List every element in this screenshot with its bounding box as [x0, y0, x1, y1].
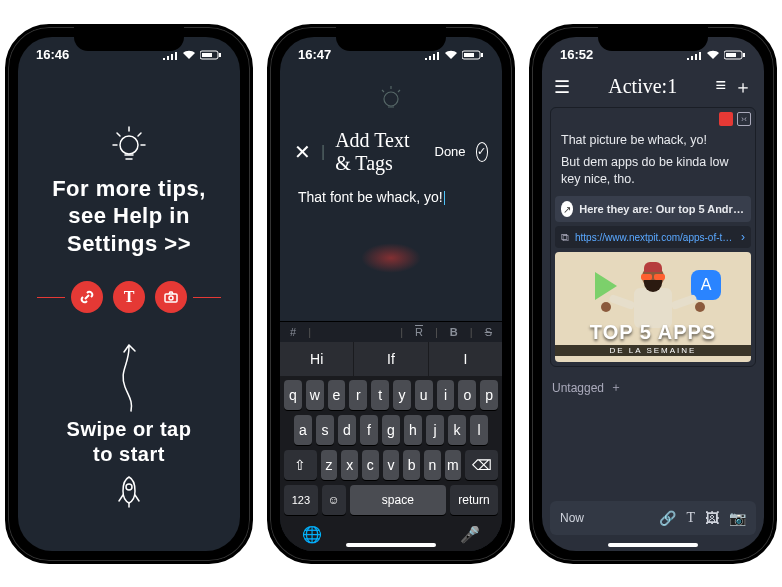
- battery-icon: [462, 50, 484, 60]
- suggestion-bar: Hi If I: [280, 342, 502, 376]
- screen-1: 16:46 For more tips, see Help in Setting…: [18, 37, 240, 551]
- untagged-row[interactable]: Untagged ＋: [542, 373, 764, 402]
- hash-button[interactable]: #: [290, 326, 296, 338]
- go-chevron[interactable]: ›: [741, 230, 745, 244]
- globe-icon: ↗: [561, 201, 573, 217]
- key-y[interactable]: y: [393, 380, 411, 410]
- key-q[interactable]: q: [284, 380, 302, 410]
- done-label[interactable]: Done: [435, 144, 466, 159]
- strike-button[interactable]: S: [485, 326, 492, 338]
- tips-line-2: see Help in: [52, 202, 206, 230]
- camera-button[interactable]: [155, 281, 187, 313]
- key-d[interactable]: d: [338, 415, 356, 445]
- notch: [598, 27, 708, 51]
- thumb-subtitle: DE LA SEMAINE: [555, 345, 751, 356]
- video-thumbnail[interactable]: A TOP 5 APPS DE LA SEMAINE: [555, 252, 751, 362]
- suggestion-3[interactable]: I: [429, 342, 502, 376]
- status-time: 16:46: [36, 47, 69, 62]
- key-l[interactable]: l: [470, 415, 488, 445]
- wifi-icon: [182, 50, 196, 60]
- text-tool-button[interactable]: T: [686, 510, 695, 526]
- key-s[interactable]: s: [316, 415, 334, 445]
- key-v[interactable]: v: [383, 450, 400, 480]
- space-key[interactable]: space: [350, 485, 446, 515]
- close-button[interactable]: ✕: [294, 140, 311, 164]
- swipe-line-1: Swipe or tap: [67, 417, 192, 442]
- text-button[interactable]: T: [113, 281, 145, 313]
- key-k[interactable]: k: [448, 415, 466, 445]
- battery-icon: [200, 50, 222, 60]
- key-e[interactable]: e: [328, 380, 346, 410]
- numbers-key[interactable]: 123: [284, 485, 318, 515]
- rocket-icon: [114, 473, 144, 509]
- camera-tool-button[interactable]: 📷: [729, 510, 746, 526]
- done-check-button[interactable]: ✓: [476, 142, 488, 162]
- home-indicator[interactable]: [608, 543, 698, 547]
- add-button[interactable]: ＋: [734, 75, 752, 99]
- suggestion-1[interactable]: Hi: [280, 342, 354, 376]
- svg-point-3: [120, 136, 138, 154]
- notch: [74, 27, 184, 51]
- tips-line-3: Settings >>: [52, 230, 206, 258]
- key-t[interactable]: t: [371, 380, 389, 410]
- menu-hamburger-button[interactable]: ☰: [554, 76, 570, 98]
- thumb-title: TOP 5 APPS: [555, 321, 751, 344]
- key-b[interactable]: b: [403, 450, 420, 480]
- editor-header: ✕ | Add Text & Tags Done ✓: [280, 123, 502, 181]
- add-tag-icon[interactable]: ＋: [610, 379, 622, 396]
- flag-badge[interactable]: [719, 112, 733, 126]
- url-row[interactable]: ⧉ https://www.nextpit.com/apps-of-the-we…: [555, 226, 751, 248]
- image-tool-button[interactable]: 🖼: [705, 510, 719, 526]
- key-i[interactable]: i: [437, 380, 455, 410]
- bulb-faint: [280, 83, 502, 117]
- key-z[interactable]: z: [321, 450, 338, 480]
- link-button[interactable]: [71, 281, 103, 313]
- bold-button[interactable]: B: [450, 326, 458, 338]
- article-link[interactable]: ↗ Here they are: Our top 5 Android and i…: [555, 196, 751, 222]
- shift-key[interactable]: ⇧: [284, 450, 317, 480]
- note-card[interactable]: ›‹ That picture be whack, yo! But dem ap…: [550, 107, 756, 368]
- r-hint[interactable]: R: [415, 326, 423, 338]
- key-p[interactable]: p: [480, 380, 498, 410]
- svg-rect-13: [743, 53, 745, 57]
- status-icons: [424, 50, 484, 60]
- wifi-icon: [706, 50, 720, 60]
- svg-rect-8: [464, 53, 474, 57]
- top-bar: ☰ Active:1 ≡ ＋: [542, 73, 764, 101]
- key-u[interactable]: u: [415, 380, 433, 410]
- link-tool-button[interactable]: 🔗: [659, 510, 676, 526]
- key-x[interactable]: x: [341, 450, 358, 480]
- globe-icon[interactable]: 🌐: [302, 525, 322, 544]
- key-a[interactable]: a: [294, 415, 312, 445]
- collapse-button[interactable]: ›‹: [737, 112, 751, 126]
- key-f[interactable]: f: [360, 415, 378, 445]
- list-button[interactable]: ≡: [715, 75, 726, 99]
- home-indicator[interactable]: [346, 543, 436, 547]
- svg-point-6: [126, 484, 132, 490]
- swipe-line-2: to start: [67, 442, 192, 467]
- signal-icon: [424, 50, 440, 60]
- key-h[interactable]: h: [404, 415, 422, 445]
- notch: [336, 27, 446, 51]
- suggestion-2[interactable]: If: [354, 342, 428, 376]
- key-n[interactable]: n: [424, 450, 441, 480]
- return-key[interactable]: return: [450, 485, 498, 515]
- copy-icon[interactable]: ⧉: [561, 231, 569, 244]
- key-w[interactable]: w: [306, 380, 324, 410]
- key-g[interactable]: g: [382, 415, 400, 445]
- emoji-key[interactable]: ☺: [322, 485, 346, 515]
- key-m[interactable]: m: [445, 450, 462, 480]
- text-input[interactable]: That font be whack, yo!: [280, 181, 502, 213]
- key-c[interactable]: c: [362, 450, 379, 480]
- card-header: ›‹: [555, 112, 751, 126]
- backspace-key[interactable]: ⌫: [465, 450, 498, 480]
- mic-icon[interactable]: 🎤: [460, 525, 480, 544]
- key-r[interactable]: r: [349, 380, 367, 410]
- signal-icon: [686, 50, 702, 60]
- phone-2: 16:47 ✕ | Add Text & Tags Done ✓ That fo…: [267, 24, 515, 564]
- key-o[interactable]: o: [458, 380, 476, 410]
- status-time: 16:52: [560, 47, 593, 62]
- screen-title: Active:1: [608, 75, 677, 98]
- key-j[interactable]: j: [426, 415, 444, 445]
- status-icons: [162, 50, 222, 60]
